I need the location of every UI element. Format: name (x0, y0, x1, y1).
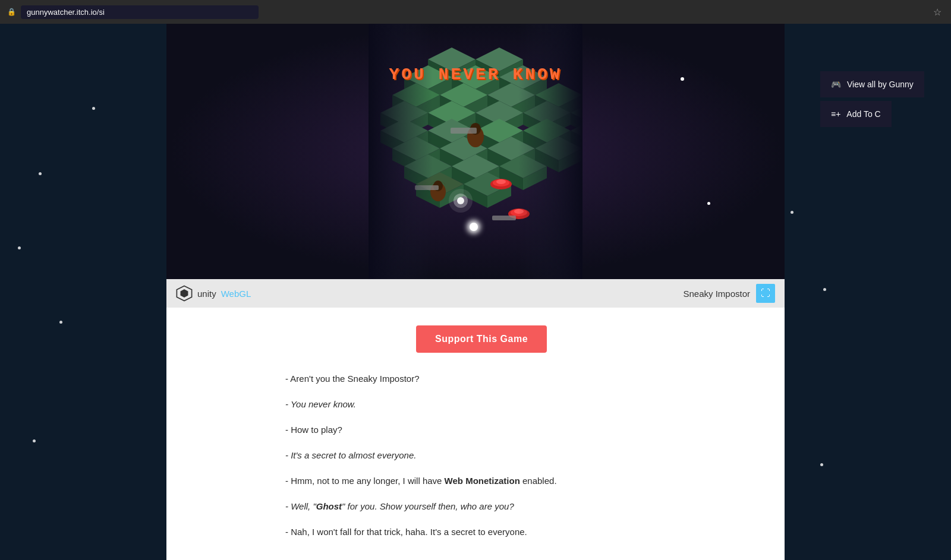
star-dot (791, 211, 793, 214)
star-dot (33, 439, 36, 442)
ghost-text: Ghost (316, 501, 342, 511)
svg-point-100 (449, 189, 473, 213)
sidebar-panel: 🎮 View all by Gunny ≡+ Add To C (820, 71, 951, 131)
url-bar[interactable]: gunnywatcher.itch.io/si (21, 5, 259, 19)
add-to-collection-button[interactable]: ≡+ Add To C (820, 101, 892, 127)
star-dot (92, 107, 95, 110)
game-description: - Aren't you the Sneaky Impostor? - You … (285, 371, 678, 540)
desc-line-2: - You never know. (285, 396, 678, 412)
star-dot (59, 321, 62, 324)
game-star (707, 202, 710, 205)
browser-chrome: 🔒 gunnywatcher.itch.io/si ☆ (0, 0, 951, 24)
unity-logo: unity WebGL (176, 285, 251, 302)
desc-line-6: - Well, "Ghost" for you. Show yourself t… (285, 498, 678, 514)
unity-right-controls: Sneaky Impostor ⛶ (683, 284, 775, 303)
view-all-icon: 🎮 (831, 80, 841, 89)
add-to-icon: ≡+ (831, 109, 840, 119)
svg-rect-97 (369, 24, 582, 279)
desc-line-5: - Hmm, not to me any longer, I will have… (285, 473, 678, 489)
view-all-button[interactable]: 🎮 View all by Gunny (820, 71, 924, 97)
game-canvas: YOU NEVER KNOW (166, 24, 785, 279)
view-all-label: View all by Gunny (847, 80, 914, 89)
game-star (681, 77, 684, 81)
star-dot (820, 463, 823, 466)
desc-line-1: - Aren't you the Sneaky Impostor? (285, 371, 678, 387)
content-area: Support This Game - Aren't you the Sneak… (166, 308, 785, 560)
fullscreen-button[interactable]: ⛶ (756, 284, 775, 303)
support-button-wrapper: Support This Game (285, 325, 678, 353)
web-monetization-text: Web Monetization (445, 476, 520, 486)
game-name-label: Sneaky Impostor (683, 289, 750, 299)
unity-text: unity (197, 289, 216, 299)
unity-icon (176, 285, 193, 302)
lock-icon: 🔒 (7, 8, 16, 16)
main-content-column: YOU NEVER KNOW (166, 24, 785, 560)
support-game-button[interactable]: Support This Game (416, 325, 547, 353)
game-title-text: YOU NEVER KNOW (389, 65, 562, 84)
star-dot (823, 288, 826, 291)
game-svg (369, 24, 582, 279)
bookmark-icon[interactable]: ☆ (933, 7, 941, 18)
svg-marker-102 (181, 289, 188, 298)
star-dot (39, 172, 42, 175)
desc-line-4: - It's a secret to almost everyone. (285, 447, 678, 463)
game-frame: YOU NEVER KNOW (166, 24, 785, 279)
page-wrapper: 🎮 View all by Gunny ≡+ Add To C YOU NEVE… (0, 24, 951, 560)
desc-line-3: - How to play? (285, 422, 678, 438)
unity-bar: unity WebGL Sneaky Impostor ⛶ (166, 279, 785, 308)
unity-webgl-text: WebGL (221, 289, 251, 299)
desc-line-7: - Nah, I won't fall for that trick, haha… (285, 524, 678, 540)
star-dot (18, 246, 21, 249)
add-to-label: Add To C (846, 109, 880, 119)
